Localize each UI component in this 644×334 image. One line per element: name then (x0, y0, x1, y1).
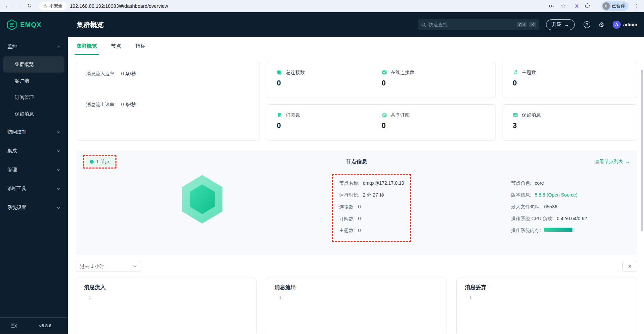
sidebar-item-label: 订阅管理 (15, 95, 34, 101)
overview-tabs: 集群概览 节点 指标 (68, 37, 644, 55)
node-detail-row: 主题数: 0 (339, 228, 404, 234)
view-node-list-link[interactable]: 查看节点列表 → (595, 159, 630, 165)
chart-messages-out: 消息流出 1 (266, 278, 447, 334)
chart-title: 消息流入 (84, 284, 248, 291)
time-range-select[interactable]: 过去 1 小时 (76, 261, 141, 272)
user-menu[interactable]: A admin (613, 21, 637, 29)
browser-profile-chip[interactable]: d 已暂停 (601, 1, 628, 11)
shared-subscriptions-icon (381, 112, 387, 118)
stat-label: 主题数 (522, 70, 536, 76)
chevron-down-icon (133, 265, 137, 267)
group-label: 管理 (7, 167, 17, 173)
keycap-k: K (529, 22, 536, 27)
warning-icon: ⚠ (43, 3, 47, 8)
sidebar-group-management[interactable]: 管理 (0, 160, 68, 179)
quick-search[interactable]: Ctrl K (418, 19, 539, 30)
bookmark-star-icon[interactable]: ☆ (561, 2, 566, 9)
toolbar-right-icons: ☆ (548, 2, 568, 9)
detail-value: emqx@172.17.0.10 (363, 180, 404, 186)
rate-row: 消息流出速率: 0 条/秒 (86, 102, 249, 108)
chart-y-tick: 1 (89, 295, 248, 300)
close-charts-button[interactable]: ✕ (622, 261, 637, 272)
address-bar[interactable]: ⚠ 不安全 192.168.80.192:18083/#/dashboard/o… (37, 2, 570, 10)
chart-filter-row: 过去 1 小时 ✕ (76, 261, 637, 272)
node-count-label: 1 节点 (96, 159, 110, 165)
app-version: v5.8.8 (39, 323, 51, 328)
metric-charts-row: 消息流入 1 消息流出 1 消息丢弃 1 (76, 278, 637, 334)
node-detail-row: 节点角色: core (511, 180, 587, 186)
arrow-right-icon: → (625, 159, 630, 164)
sidebar-item-clients[interactable]: 客户端 (3, 73, 64, 89)
sidebar-group-integration[interactable]: 集成 (0, 142, 68, 160)
browser-menu-icon[interactable]: ⋮ (634, 3, 639, 9)
sidebar-group-access-control[interactable]: 访问控制 (0, 123, 68, 142)
rate-row: 消息流入速率: 0 条/秒 (86, 71, 249, 77)
rate-in-value: 0 条/秒 (121, 71, 136, 77)
node-hexagon-graphic (180, 174, 224, 226)
site-security-chip[interactable]: ⚠ 不安全 (39, 2, 66, 10)
topics-hash-icon: # (512, 70, 518, 76)
tab-metrics[interactable]: 指标 (135, 37, 145, 55)
browser-reload-icon[interactable]: ↻ (27, 3, 32, 9)
sidebar-group-system-settings[interactable]: 系统设置 (0, 198, 68, 217)
detail-label: 操作系统内存: (511, 228, 541, 234)
dashboard-content: 消息流入速率: 0 条/秒 消息流出速率: 0 条/秒 (68, 55, 644, 334)
detail-label: 运行时长: (339, 192, 359, 198)
detail-value: core (535, 180, 544, 186)
help-icon[interactable]: ? (584, 21, 590, 28)
password-key-icon[interactable] (548, 3, 555, 9)
search-input[interactable] (429, 22, 514, 27)
sidebar-group-diagnose[interactable]: 诊断工具 (0, 179, 68, 198)
retained-messages-icon (512, 112, 518, 118)
sidebar-item-subscriptions[interactable]: 订阅管理 (3, 89, 64, 106)
sidebar-nav: 监控 集群概览 客户端 订阅管理 保留消息 访问控制 (0, 37, 68, 217)
node-info-section: 1 节点 节点信息 查看节点列表 → (76, 150, 637, 255)
topics-card: # 主题数 0 (503, 62, 637, 98)
group-label: 访问控制 (7, 129, 26, 135)
upgrade-button[interactable]: 升级 → (546, 19, 575, 30)
detail-label: 订阅数: (339, 216, 355, 222)
node-hexagon-dot-icon (90, 159, 94, 164)
detail-label: 节点角色: (511, 180, 531, 186)
annotation-box-node-count: 1 节点 (83, 155, 116, 169)
scrollbar-thumb[interactable] (641, 70, 643, 231)
browser-toolbar: ← → ↻ ⚠ 不安全 192.168.80.192:18083/#/dashb… (0, 0, 644, 12)
chart-title: 消息丢弃 (465, 284, 629, 291)
chevron-up-icon (57, 46, 60, 48)
connections-card: 总连接数 0 在线连接数 0 (267, 62, 496, 98)
x-extension-icon[interactable]: X (575, 3, 579, 9)
sidebar-footer: v5.8.8 (0, 317, 68, 334)
collapse-sidebar-icon[interactable] (11, 323, 18, 329)
settings-gear-icon[interactable]: ⚙ (598, 21, 605, 28)
sidebar-group-monitoring[interactable]: 监控 (0, 37, 68, 56)
top-header: 集群概览 Ctrl K 升级 → ? ⚙ A (68, 12, 644, 37)
detail-label: 最大文件句柄: (511, 204, 541, 210)
browser-forward-icon[interactable]: → (16, 3, 22, 9)
sidebar-item-retained-messages[interactable]: 保留消息 (3, 106, 64, 122)
tab-cluster-overview[interactable]: 集群概览 (77, 37, 97, 55)
stat-value: 0 (277, 121, 381, 130)
browser-back-icon[interactable]: ← (5, 3, 10, 9)
url-text: 192.168.80.192:18083/#/dashboard/overvie… (70, 3, 168, 9)
detail-label: 主题数: (339, 228, 355, 234)
stat-subscriptions: 订阅数 0 (276, 112, 381, 133)
subscriptions-card: 订阅数 0 共享订阅 0 (267, 104, 496, 140)
node-detail-row: 节点名称: emqx@172.17.0.10 (339, 180, 404, 186)
stat-total-connections: 总连接数 0 (276, 70, 381, 90)
node-info-body: 节点名称: emqx@172.17.0.10 运行时长: 2 分 27 秒 连接… (83, 174, 630, 242)
group-label: 系统设置 (7, 205, 26, 211)
node-count-badge: 1 节点 (86, 157, 114, 166)
page-title: 集群概览 (77, 20, 104, 29)
detail-value: 0 (358, 216, 361, 222)
chart-title: 消息流出 (274, 284, 438, 291)
sidebar-item-cluster-overview[interactable]: 集群概览 (3, 56, 64, 73)
rate-out-label: 消息流出速率: (86, 102, 116, 108)
group-label: 诊断工具 (7, 186, 26, 192)
emqx-logo[interactable]: EMQX (0, 12, 68, 37)
online-connections-icon (381, 70, 387, 76)
arrow-right-icon: → (564, 22, 569, 27)
extensions-puzzle-icon[interactable] (584, 3, 590, 9)
security-label: 不安全 (49, 3, 62, 9)
annotation-box-node-details: 节点名称: emqx@172.17.0.10 运行时长: 2 分 27 秒 连接… (332, 174, 411, 242)
tab-nodes[interactable]: 节点 (111, 37, 121, 55)
